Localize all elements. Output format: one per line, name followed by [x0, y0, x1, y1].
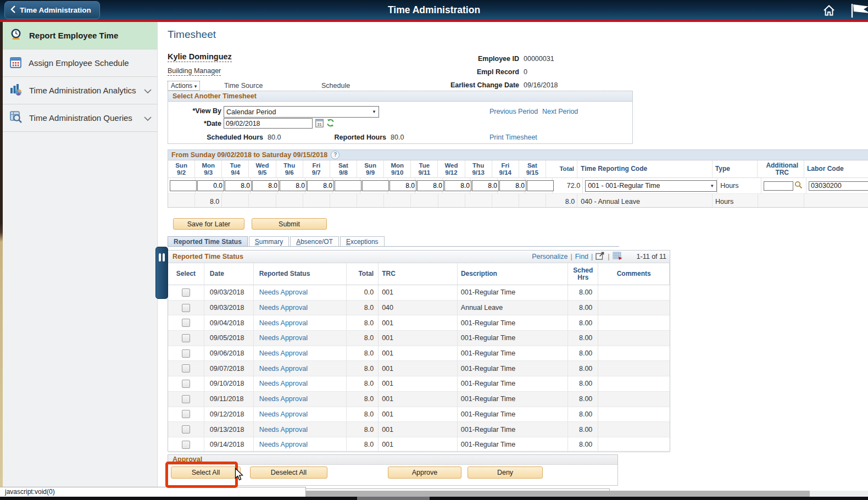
row-checkbox[interactable] [182, 425, 190, 434]
day-hours-input[interactable] [225, 180, 252, 191]
previous-period-link[interactable]: Previous Period [489, 108, 538, 115]
reported-status-link[interactable]: Needs Approval [259, 334, 308, 342]
row-checkbox[interactable] [182, 319, 190, 327]
tab-reported-time-status[interactable]: Reported Time Status [168, 236, 248, 247]
refresh-icon[interactable] [326, 119, 335, 129]
section-drag-handle[interactable] [155, 247, 168, 299]
status-cell: Needs Approval [254, 422, 347, 437]
help-icon[interactable]: ? [331, 151, 340, 159]
reported-status-link[interactable]: Needs Approval [259, 410, 308, 418]
employee-name-link[interactable]: Kylie Dominguez [168, 52, 232, 62]
sidebar-item-time-administration-queries[interactable]: Time Administration Queries [3, 104, 157, 132]
labor-code-input[interactable] [809, 181, 868, 191]
reported-status-link[interactable]: Needs Approval [259, 304, 308, 312]
total-cell: 8.0 [347, 392, 379, 407]
row-checkbox[interactable] [182, 395, 190, 403]
view-all-icon[interactable] [596, 252, 605, 262]
sidebar-item-report-employee-time[interactable]: Report Employee Time [3, 22, 157, 49]
info-value: 00000031 [524, 55, 554, 63]
sched-hrs-cell: 8.00 [568, 361, 598, 376]
day-hours-input[interactable] [444, 180, 471, 191]
day-hours-input[interactable] [280, 180, 307, 191]
row-checkbox[interactable] [182, 364, 190, 373]
comments-cell [598, 422, 670, 437]
grid-day-cell [492, 193, 519, 208]
tab-summary[interactable]: Summary [249, 236, 289, 247]
view-by-dropdown[interactable]: Calendar Period ▼ [224, 106, 379, 118]
flag-icon[interactable] [850, 3, 868, 20]
additional-trc-input[interactable] [764, 181, 793, 191]
trc-dropdown[interactable]: 001 - 001-Regular Time▼ [585, 180, 717, 192]
view-by-value: Calendar Period [224, 108, 370, 116]
row-checkbox[interactable] [182, 380, 190, 388]
reported-status-link[interactable]: Needs Approval [259, 288, 308, 296]
select-all-button[interactable]: Select All [171, 466, 241, 479]
chevron-down-icon[interactable] [144, 86, 152, 95]
bottom-light-band [810, 491, 868, 497]
day-hours-input[interactable] [499, 180, 526, 191]
calendar-picker-icon[interactable]: 31 [315, 119, 324, 130]
reported-status-link[interactable]: Needs Approval [259, 380, 308, 387]
actions-dropdown[interactable]: Actions ▾ [168, 81, 200, 91]
day-hours-input[interactable] [527, 180, 554, 191]
tab-absence-ot[interactable]: Absence/OT [290, 236, 339, 247]
day-hours-input[interactable] [417, 180, 444, 191]
day-hours-input[interactable] [252, 180, 279, 191]
personalize-link[interactable]: Personalize [532, 253, 567, 260]
page-title: Timesheet [168, 29, 216, 41]
select-cell [168, 407, 204, 423]
deselect-all-button[interactable]: Deselect All [250, 466, 327, 479]
approve-button[interactable]: Approve [388, 466, 461, 479]
reported-status-link[interactable]: Needs Approval [259, 365, 308, 373]
day-hours-input[interactable] [170, 180, 197, 191]
comments-cell [598, 407, 670, 423]
row-checkbox[interactable] [182, 304, 190, 312]
save-for-later-button[interactable]: Save for Later [173, 218, 244, 230]
time-source-label: Time Source [224, 82, 263, 90]
day-hours-input[interactable] [197, 180, 224, 191]
bottom-black-strip [0, 497, 868, 500]
employee-role-link[interactable]: Building Manager [168, 67, 221, 76]
day-hours-input[interactable] [390, 180, 416, 191]
grid-day-cell [357, 193, 384, 208]
day-hours-input[interactable] [472, 180, 499, 191]
grid-day-cell [470, 178, 498, 193]
reported-status-link[interactable]: Needs Approval [259, 319, 308, 327]
day-hours-input[interactable] [335, 180, 361, 191]
sidebar-item-time-administration-analytics[interactable]: Time Administration Analytics [3, 77, 157, 104]
date-input[interactable] [224, 118, 313, 129]
chevron-down-icon[interactable] [144, 113, 152, 123]
download-grid-icon[interactable] [613, 252, 622, 262]
submit-button[interactable]: Submit [252, 218, 327, 230]
lookup-icon[interactable] [794, 181, 803, 191]
description-cell: 001-Regular Time [458, 285, 569, 301]
day-hours-input[interactable] [307, 180, 334, 191]
row-checkbox[interactable] [182, 349, 190, 358]
view-by-label: *View By [168, 107, 221, 115]
home-icon[interactable] [822, 4, 836, 19]
date-cell: 09/12/2018 [204, 407, 254, 423]
reported-status-link[interactable]: Needs Approval [259, 395, 308, 403]
find-link[interactable]: Find [575, 253, 588, 260]
row-checkbox[interactable] [182, 441, 190, 449]
tab-bar: Reported Time StatusSummaryAbsence/OTExc… [168, 236, 386, 247]
reported-table-body: 09/03/2018Needs Approval0.0001001-Regula… [168, 285, 670, 453]
reported-status-link[interactable]: Needs Approval [259, 426, 308, 434]
total-cell: 0.0 [347, 285, 379, 301]
row-checkbox[interactable] [182, 410, 190, 418]
sidebar-item-label: Assign Employee Schedule [29, 58, 152, 68]
select-cell [168, 437, 204, 453]
total-cell: 8.0 [347, 315, 379, 331]
reported-status-link[interactable]: Needs Approval [259, 349, 308, 357]
tab-exceptions[interactable]: Exceptions [340, 236, 385, 247]
row-checkbox[interactable] [182, 334, 190, 342]
sidebar-item-assign-employee-schedule[interactable]: Assign Employee Schedule [3, 49, 157, 77]
day-hours-input[interactable] [362, 180, 389, 191]
bottom-gray-band [306, 491, 868, 497]
date-cell: 09/03/2018 [204, 285, 254, 301]
print-timesheet-link[interactable]: Print Timesheet [489, 134, 537, 141]
row-checkbox[interactable] [182, 288, 190, 297]
reported-status-link[interactable]: Needs Approval [259, 441, 308, 448]
next-period-link[interactable]: Next Period [542, 108, 578, 115]
deny-button[interactable]: Deny [468, 466, 543, 479]
